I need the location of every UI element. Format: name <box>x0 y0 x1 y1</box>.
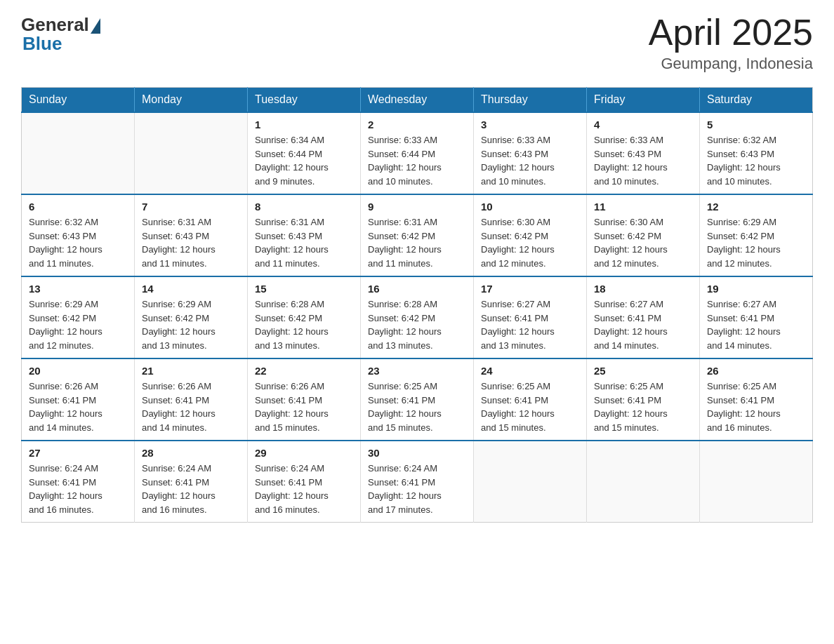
calendar-cell: 16Sunrise: 6:28 AMSunset: 6:42 PMDayligh… <box>361 276 474 358</box>
day-number: 15 <box>255 283 353 295</box>
calendar-cell: 7Sunrise: 6:31 AMSunset: 6:43 PMDaylight… <box>135 194 248 276</box>
calendar-cell: 20Sunrise: 6:26 AMSunset: 6:41 PMDayligh… <box>22 358 135 441</box>
day-number: 9 <box>368 201 466 213</box>
day-info: Sunrise: 6:24 AMSunset: 6:41 PMDaylight:… <box>368 462 466 516</box>
calendar-cell <box>135 112 248 194</box>
calendar-cell: 22Sunrise: 6:26 AMSunset: 6:41 PMDayligh… <box>248 358 361 441</box>
day-number: 12 <box>707 201 805 213</box>
day-info: Sunrise: 6:27 AMSunset: 6:41 PMDaylight:… <box>707 297 805 352</box>
day-number: 10 <box>481 201 579 213</box>
day-info: Sunrise: 6:25 AMSunset: 6:41 PMDaylight:… <box>707 380 805 434</box>
calendar-cell: 17Sunrise: 6:27 AMSunset: 6:41 PMDayligh… <box>474 276 587 358</box>
day-number: 4 <box>594 119 692 130</box>
day-number: 23 <box>368 365 466 377</box>
calendar-header-row: SundayMondayTuesdayWednesdayThursdayFrid… <box>22 88 813 113</box>
day-info: Sunrise: 6:27 AMSunset: 6:41 PMDaylight:… <box>594 297 692 352</box>
calendar-cell: 26Sunrise: 6:25 AMSunset: 6:41 PMDayligh… <box>700 358 813 441</box>
weekday-header-saturday: Saturday <box>700 88 813 113</box>
day-info: Sunrise: 6:34 AMSunset: 6:44 PMDaylight:… <box>255 133 353 188</box>
calendar-cell <box>700 441 813 523</box>
day-number: 20 <box>29 365 127 377</box>
calendar-cell: 3Sunrise: 6:33 AMSunset: 6:43 PMDaylight… <box>474 112 587 194</box>
day-number: 14 <box>142 283 240 295</box>
day-info: Sunrise: 6:26 AMSunset: 6:41 PMDaylight:… <box>142 380 240 434</box>
weekday-header-monday: Monday <box>135 88 248 113</box>
calendar-table: SundayMondayTuesdayWednesdayThursdayFrid… <box>21 87 813 523</box>
calendar-cell: 28Sunrise: 6:24 AMSunset: 6:41 PMDayligh… <box>135 441 248 523</box>
calendar-cell: 27Sunrise: 6:24 AMSunset: 6:41 PMDayligh… <box>22 441 135 523</box>
day-number: 1 <box>255 119 353 130</box>
calendar-cell: 21Sunrise: 6:26 AMSunset: 6:41 PMDayligh… <box>135 358 248 441</box>
calendar-cell: 23Sunrise: 6:25 AMSunset: 6:41 PMDayligh… <box>361 358 474 441</box>
calendar-cell: 5Sunrise: 6:32 AMSunset: 6:43 PMDaylight… <box>700 112 813 194</box>
calendar-location: Geumpang, Indonesia <box>649 55 813 73</box>
day-number: 5 <box>707 119 805 130</box>
day-info: Sunrise: 6:31 AMSunset: 6:43 PMDaylight:… <box>142 215 240 270</box>
calendar-cell: 14Sunrise: 6:29 AMSunset: 6:42 PMDayligh… <box>135 276 248 358</box>
day-number: 18 <box>594 283 692 295</box>
day-info: Sunrise: 6:26 AMSunset: 6:41 PMDaylight:… <box>29 380 127 434</box>
day-number: 26 <box>707 365 805 377</box>
day-info: Sunrise: 6:32 AMSunset: 6:43 PMDaylight:… <box>29 215 127 270</box>
logo-blue-text: Blue <box>21 33 62 55</box>
day-number: 13 <box>29 283 127 295</box>
day-number: 17 <box>481 283 579 295</box>
day-number: 30 <box>368 447 466 459</box>
day-info: Sunrise: 6:30 AMSunset: 6:42 PMDaylight:… <box>481 215 579 270</box>
day-number: 22 <box>255 365 353 377</box>
weekday-header-sunday: Sunday <box>22 88 135 113</box>
day-number: 3 <box>481 119 579 130</box>
day-info: Sunrise: 6:25 AMSunset: 6:41 PMDaylight:… <box>368 380 466 434</box>
calendar-week-row: 6Sunrise: 6:32 AMSunset: 6:43 PMDaylight… <box>22 194 813 276</box>
calendar-cell: 9Sunrise: 6:31 AMSunset: 6:42 PMDaylight… <box>361 194 474 276</box>
calendar-cell: 12Sunrise: 6:29 AMSunset: 6:42 PMDayligh… <box>700 194 813 276</box>
day-info: Sunrise: 6:25 AMSunset: 6:41 PMDaylight:… <box>594 380 692 434</box>
calendar-cell: 11Sunrise: 6:30 AMSunset: 6:42 PMDayligh… <box>587 194 700 276</box>
day-info: Sunrise: 6:25 AMSunset: 6:41 PMDaylight:… <box>481 380 579 434</box>
calendar-week-row: 27Sunrise: 6:24 AMSunset: 6:41 PMDayligh… <box>22 441 813 523</box>
calendar-week-row: 13Sunrise: 6:29 AMSunset: 6:42 PMDayligh… <box>22 276 813 358</box>
calendar-cell: 1Sunrise: 6:34 AMSunset: 6:44 PMDaylight… <box>248 112 361 194</box>
logo: General Blue <box>21 14 100 55</box>
day-info: Sunrise: 6:31 AMSunset: 6:42 PMDaylight:… <box>368 215 466 270</box>
day-info: Sunrise: 6:29 AMSunset: 6:42 PMDaylight:… <box>707 215 805 270</box>
day-info: Sunrise: 6:26 AMSunset: 6:41 PMDaylight:… <box>255 380 353 434</box>
calendar-cell: 29Sunrise: 6:24 AMSunset: 6:41 PMDayligh… <box>248 441 361 523</box>
day-info: Sunrise: 6:24 AMSunset: 6:41 PMDaylight:… <box>142 462 240 516</box>
calendar-cell: 15Sunrise: 6:28 AMSunset: 6:42 PMDayligh… <box>248 276 361 358</box>
page-header: General Blue April 2025 Geumpang, Indone… <box>21 14 813 73</box>
day-number: 7 <box>142 201 240 213</box>
day-number: 11 <box>594 201 692 213</box>
day-number: 8 <box>255 201 353 213</box>
day-info: Sunrise: 6:30 AMSunset: 6:42 PMDaylight:… <box>594 215 692 270</box>
calendar-cell: 19Sunrise: 6:27 AMSunset: 6:41 PMDayligh… <box>700 276 813 358</box>
day-number: 19 <box>707 283 805 295</box>
calendar-cell: 6Sunrise: 6:32 AMSunset: 6:43 PMDaylight… <box>22 194 135 276</box>
day-info: Sunrise: 6:33 AMSunset: 6:43 PMDaylight:… <box>481 133 579 188</box>
day-number: 16 <box>368 283 466 295</box>
calendar-cell: 8Sunrise: 6:31 AMSunset: 6:43 PMDaylight… <box>248 194 361 276</box>
day-info: Sunrise: 6:33 AMSunset: 6:43 PMDaylight:… <box>594 133 692 188</box>
calendar-cell: 30Sunrise: 6:24 AMSunset: 6:41 PMDayligh… <box>361 441 474 523</box>
calendar-week-row: 20Sunrise: 6:26 AMSunset: 6:41 PMDayligh… <box>22 358 813 441</box>
calendar-week-row: 1Sunrise: 6:34 AMSunset: 6:44 PMDaylight… <box>22 112 813 194</box>
day-number: 2 <box>368 119 466 130</box>
day-info: Sunrise: 6:28 AMSunset: 6:42 PMDaylight:… <box>368 297 466 352</box>
day-info: Sunrise: 6:29 AMSunset: 6:42 PMDaylight:… <box>29 297 127 352</box>
weekday-header-wednesday: Wednesday <box>361 88 474 113</box>
day-info: Sunrise: 6:27 AMSunset: 6:41 PMDaylight:… <box>481 297 579 352</box>
calendar-cell: 25Sunrise: 6:25 AMSunset: 6:41 PMDayligh… <box>587 358 700 441</box>
day-number: 27 <box>29 447 127 459</box>
weekday-header-tuesday: Tuesday <box>248 88 361 113</box>
day-info: Sunrise: 6:28 AMSunset: 6:42 PMDaylight:… <box>255 297 353 352</box>
day-number: 29 <box>255 447 353 459</box>
day-number: 21 <box>142 365 240 377</box>
calendar-cell: 24Sunrise: 6:25 AMSunset: 6:41 PMDayligh… <box>474 358 587 441</box>
calendar-cell <box>22 112 135 194</box>
day-info: Sunrise: 6:24 AMSunset: 6:41 PMDaylight:… <box>29 462 127 516</box>
weekday-header-thursday: Thursday <box>474 88 587 113</box>
title-block: April 2025 Geumpang, Indonesia <box>649 14 813 73</box>
weekday-header-friday: Friday <box>587 88 700 113</box>
calendar-cell: 18Sunrise: 6:27 AMSunset: 6:41 PMDayligh… <box>587 276 700 358</box>
day-info: Sunrise: 6:24 AMSunset: 6:41 PMDaylight:… <box>255 462 353 516</box>
